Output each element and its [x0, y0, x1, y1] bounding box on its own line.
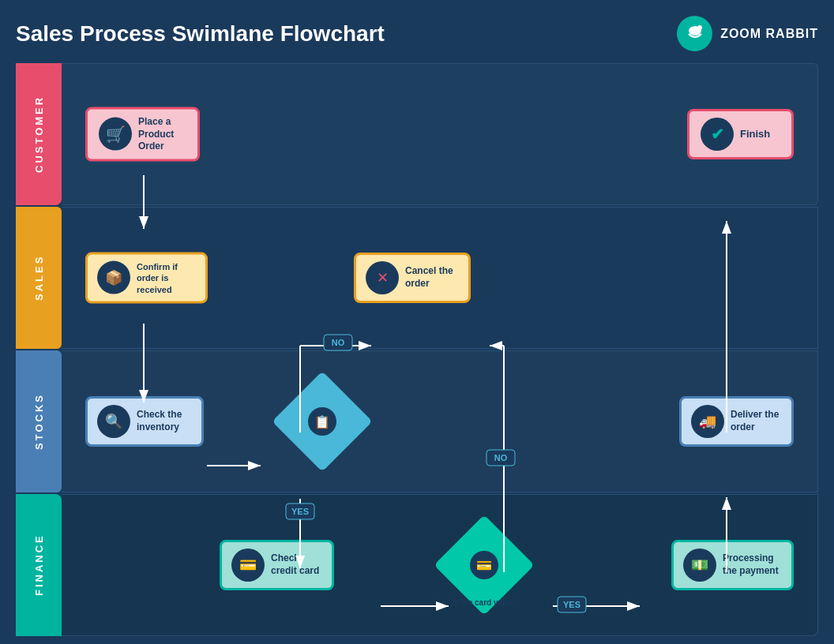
main-container: Sales Process Swimlane Flowchart ZOOM RA…: [0, 0, 834, 644]
place-order-text: Place a Product Order: [138, 116, 186, 153]
swimlane-finance: FINANCE 💳 Check credit card 💳 Is the car…: [16, 494, 818, 636]
inventory-icon: 📋: [308, 407, 336, 436]
swimlane-stocks: STOCKS 🔍 Check the inventory 📋 Is the pr…: [16, 350, 818, 492]
search-icon: 🔍: [97, 405, 130, 438]
sales-label: SALES: [16, 207, 62, 349]
place-order-node: 🛒 Place a Product Order: [85, 107, 200, 162]
check-inventory-text: Check the inventory: [137, 409, 192, 433]
package-icon: 📦: [97, 261, 130, 294]
in-stock-diamond: 📋: [272, 371, 372, 471]
logo-area: ZOOM RABBIT: [677, 16, 818, 51]
check-credit-node: 💳 Check credit card: [220, 540, 334, 590]
cancel-icon: ✕: [366, 261, 399, 294]
cancel-order-node: ✕ Cancel the order: [354, 253, 471, 303]
check-credit-text: Check credit card: [271, 552, 322, 577]
header: Sales Process Swimlane Flowchart ZOOM RA…: [16, 16, 818, 51]
truck-icon: 🚚: [691, 405, 724, 438]
swimlane-customer: CUSTOMER 🛒 Place a Product Order ✔ Finis…: [16, 63, 818, 205]
confirm-order-text: Confirm if order is received: [137, 261, 196, 295]
finish-node: ✔ Finish: [687, 109, 794, 159]
checkmark-icon: ✔: [701, 118, 734, 151]
deliver-order-node: 🚚 Deliver the order: [679, 396, 794, 447]
check-inventory-node: 🔍 Check the inventory: [85, 396, 204, 447]
finance-label: FINANCE: [16, 494, 62, 636]
card-valid-diamond-container: 💳 Is the card valid?: [449, 530, 520, 601]
customer-label: CUSTOMER: [16, 63, 62, 205]
logo-icon: [677, 16, 712, 51]
svg-point-1: [697, 25, 702, 30]
customer-content: 🛒 Place a Product Order ✔ Finish: [62, 63, 818, 205]
money-icon: 💵: [683, 549, 716, 582]
credit-card-icon: 💳: [231, 549, 265, 582]
stocks-content: 🔍 Check the inventory 📋 Is the product i…: [62, 350, 818, 492]
basket-icon: 🛒: [99, 118, 132, 151]
processing-payment-text: Processing the payment: [723, 552, 782, 577]
card-valid-diamond: 💳: [434, 515, 534, 615]
confirm-order-node: 📦 Confirm if order is received: [85, 253, 208, 304]
finance-content: 💳 Check credit card 💳 Is the card valid?…: [62, 494, 818, 636]
in-stock-diamond-container: 📋 Is the product in stock?: [287, 386, 358, 457]
stocks-label: STOCKS: [16, 350, 62, 492]
sales-content: 📦 Confirm if order is received ✕ Cancel …: [62, 207, 818, 349]
page-title: Sales Process Swimlane Flowchart: [16, 21, 385, 47]
processing-payment-node: 💵 Processing the payment: [671, 540, 794, 590]
swimlane-sales: SALES 📦 Confirm if order is received ✕ C…: [16, 207, 818, 349]
card-valid-icon: 💳: [470, 551, 498, 579]
cancel-order-text: Cancel the order: [405, 265, 459, 290]
deliver-order-text: Deliver the order: [731, 409, 782, 433]
finish-text: Finish: [740, 128, 770, 141]
logo-text: ZOOM RABBIT: [720, 27, 818, 41]
